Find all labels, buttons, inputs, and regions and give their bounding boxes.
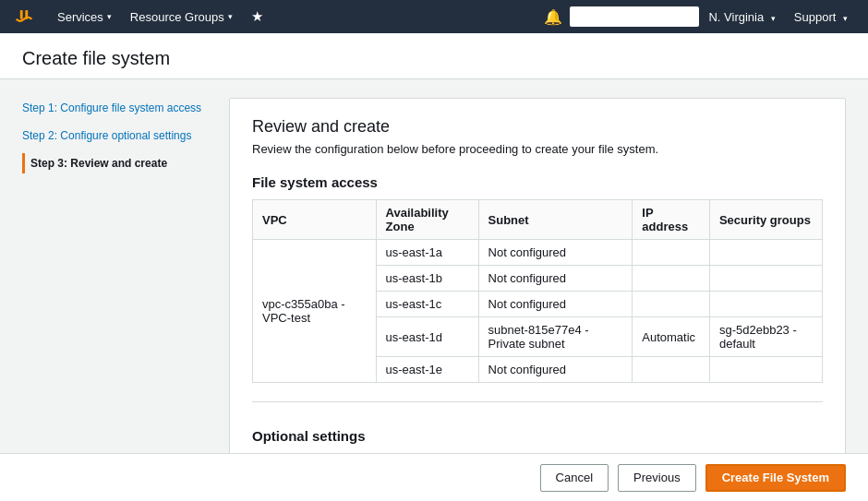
- table-header-subnet: Subnet: [478, 200, 633, 240]
- ip-cell: Automatic: [633, 317, 710, 357]
- az-cell: us-east-1c: [376, 292, 478, 317]
- sg-cell: [709, 266, 822, 292]
- sg-cell: [709, 357, 822, 383]
- subnet-cell: Not configured: [478, 292, 633, 317]
- svg-rect-1: [20, 10, 23, 19]
- subnet-cell: Not configured: [478, 266, 633, 292]
- aws-logo: [11, 4, 37, 30]
- ip-cell: [633, 357, 710, 383]
- resource-groups-caret-icon: ▾: [228, 12, 233, 21]
- sg-cell: sg-5d2ebb23 - default: [709, 317, 822, 357]
- resource-groups-menu[interactable]: Resource Groups ▾: [121, 0, 242, 33]
- subnet-cell: subnet-815e77e4 - Private subnet: [478, 317, 633, 357]
- ip-cell: [633, 292, 710, 317]
- sg-cell: [709, 240, 822, 266]
- optional-settings-title: Optional settings: [252, 428, 823, 444]
- main-content: Step 1: Configure file system access Ste…: [0, 79, 868, 501]
- create-file-system-button[interactable]: Create File System: [705, 464, 846, 492]
- support-caret-icon: ▾: [843, 14, 848, 23]
- support-menu[interactable]: Support ▾: [785, 10, 857, 24]
- sg-cell: [709, 292, 822, 317]
- vpc-cell: vpc-c355a0ba - VPC-test: [253, 240, 377, 383]
- review-content-panel: Review and create Review the configurati…: [229, 98, 846, 501]
- divider: [252, 401, 823, 402]
- subnet-cell: Not configured: [478, 357, 633, 383]
- review-section-desc: Review the configuration below before pr…: [252, 142, 823, 156]
- page-title: Create file system: [22, 48, 846, 69]
- sidebar-step-1[interactable]: Step 1: Configure file system access: [22, 98, 207, 118]
- svg-rect-2: [25, 10, 28, 19]
- svg-rect-0: [11, 4, 37, 30]
- table-header-ip: IP address: [633, 200, 710, 240]
- favorites-icon[interactable]: ★: [242, 8, 272, 25]
- notifications-icon[interactable]: 🔔: [536, 8, 570, 26]
- footer: Cancel Previous Create File System: [0, 453, 868, 501]
- filesystem-access-table: VPC Availability Zone Subnet IP address …: [252, 199, 823, 383]
- table-header-sg: Security groups: [709, 200, 822, 240]
- sidebar: Step 1: Configure file system access Ste…: [22, 98, 207, 501]
- services-caret-icon: ▾: [107, 12, 112, 21]
- services-menu[interactable]: Services ▾: [48, 0, 121, 33]
- top-nav: Services ▾ Resource Groups ▾ ★ 🔔 N. Virg…: [0, 0, 868, 33]
- table-header-az: Availability Zone: [376, 200, 478, 240]
- ip-cell: [633, 240, 710, 266]
- filesystem-access-title: File system access: [252, 174, 823, 190]
- region-selector[interactable]: N. Virginia ▾: [699, 10, 784, 24]
- az-cell: us-east-1d: [376, 317, 478, 357]
- sidebar-step-2[interactable]: Step 2: Configure optional settings: [22, 125, 207, 146]
- ip-cell: [633, 266, 710, 292]
- table-header-vpc: VPC: [253, 200, 377, 240]
- review-section-title: Review and create: [252, 117, 823, 137]
- previous-button[interactable]: Previous: [618, 464, 696, 492]
- cancel-button[interactable]: Cancel: [540, 464, 609, 492]
- subnet-cell: Not configured: [478, 240, 633, 266]
- table-row: vpc-c355a0ba - VPC-testus-east-1aNot con…: [253, 240, 823, 266]
- page-wrapper: Create file system Step 1: Configure fil…: [0, 33, 868, 501]
- region-caret-icon: ▾: [771, 14, 776, 23]
- global-search-input[interactable]: [570, 6, 699, 27]
- sidebar-step-3[interactable]: Step 3: Review and create: [22, 153, 207, 173]
- az-cell: us-east-1b: [376, 266, 478, 292]
- az-cell: us-east-1a: [376, 240, 478, 266]
- page-title-bar: Create file system: [0, 33, 868, 79]
- az-cell: us-east-1e: [376, 357, 478, 383]
